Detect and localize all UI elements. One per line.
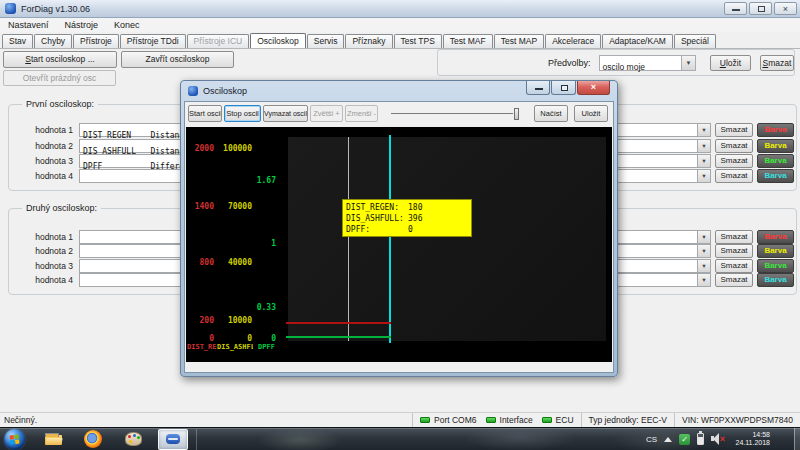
taskbar-firefox-button[interactable] xyxy=(78,429,108,450)
close-icon: × xyxy=(578,81,609,94)
tab-akcelerace[interactable]: Akcelerace xyxy=(545,34,601,48)
preset-delete-button[interactable]: Smazat xyxy=(760,55,794,71)
minimize-button[interactable] xyxy=(724,2,747,15)
tab-chyby[interactable]: Chyby xyxy=(34,34,72,48)
ulozit-button[interactable]: Uložit xyxy=(574,105,608,122)
tab-osciloskop[interactable]: Osciloskop xyxy=(250,33,306,48)
window-title: ForDiag v1.30.06 xyxy=(21,4,90,14)
menu-nastaveni[interactable]: Nastavení xyxy=(0,18,57,32)
close-button[interactable]: × xyxy=(577,81,610,95)
smazat-button[interactable]: Smazat xyxy=(715,259,753,273)
language-indicator[interactable]: CS xyxy=(646,435,657,444)
volume-muted-icon[interactable]: × xyxy=(711,433,724,445)
tab-special[interactable]: Speciál xyxy=(674,34,716,48)
tab-stav[interactable]: Stav xyxy=(2,34,33,48)
tab-priznaky[interactable]: Příznaky xyxy=(345,34,392,48)
minimize-icon xyxy=(732,9,740,11)
green-led-icon xyxy=(542,417,552,423)
smazat-button[interactable]: Smazat xyxy=(715,154,753,168)
taskbar-fordiag-button[interactable] xyxy=(158,429,188,450)
chevron-down-icon[interactable]: ▼ xyxy=(697,231,710,243)
barva-button[interactable]: Barva xyxy=(757,169,794,183)
minimize-icon xyxy=(535,88,543,90)
start-oscil-button[interactable]: Start oscil xyxy=(188,105,222,122)
close-button[interactable]: × xyxy=(774,2,797,15)
tab-test-maf[interactable]: Test MAF xyxy=(443,34,493,48)
barva-button[interactable]: Barva xyxy=(757,123,794,137)
barva-button[interactable]: Barva xyxy=(757,230,794,244)
hidden-icons-chevron-icon[interactable] xyxy=(664,437,672,442)
smazat-button[interactable]: Smazat xyxy=(715,123,753,137)
presets-label: Předvolby: xyxy=(548,58,591,68)
vymazat-oscil-button[interactable]: Vymazat oscil xyxy=(263,105,308,122)
tab-pristroje-tddi[interactable]: Přístroje TDdi xyxy=(120,34,186,48)
tab-test-tps[interactable]: Test TPS xyxy=(394,34,442,48)
tab-pristroje[interactable]: Přístroje xyxy=(73,34,119,48)
scope-display[interactable]: 2000 1400 800 200 0 100000 70000 40000 1… xyxy=(186,127,612,362)
maximize-icon xyxy=(561,85,568,91)
tooltip-value: 0 xyxy=(408,224,413,235)
preset-save-button[interactable]: Uložit xyxy=(710,55,751,71)
start-osciloskop-button[interactable]: Start osciloskop ... xyxy=(3,51,117,68)
start-button[interactable] xyxy=(4,429,25,450)
barva-button[interactable]: Barva xyxy=(757,139,794,153)
value-text xyxy=(80,177,83,186)
antivirus-tray-icon[interactable]: ✓ xyxy=(679,434,690,445)
restore-icon xyxy=(758,6,765,12)
oscilloscope-window[interactable]: Osciloskop × Start oscil Stop oscil Vyma… xyxy=(180,80,618,377)
maximize-button[interactable] xyxy=(551,81,576,95)
slider-handle[interactable] xyxy=(514,108,519,120)
chevron-down-icon[interactable]: ▼ xyxy=(697,260,710,272)
chevron-down-icon[interactable]: ▼ xyxy=(697,155,710,167)
smazat-button[interactable]: Smazat xyxy=(715,139,753,153)
smazat-button[interactable]: Smazat xyxy=(715,230,753,244)
stop-oscil-button[interactable]: Stop oscil xyxy=(224,105,261,122)
smazat-button[interactable]: Smazat xyxy=(715,244,753,258)
barva-button[interactable]: Barva xyxy=(757,244,794,258)
menubar: Nastavení Nástroje Konec xyxy=(0,18,800,32)
battery-icon[interactable] xyxy=(697,433,704,445)
barva-button[interactable]: Barva xyxy=(757,259,794,273)
tab-test-map[interactable]: Test MAP xyxy=(494,34,544,48)
chevron-down-icon[interactable]: ▼ xyxy=(681,56,695,70)
chevron-down-icon[interactable]: ▼ xyxy=(697,245,710,257)
nacist-button[interactable]: Načíst xyxy=(534,105,568,122)
row-label: hodnota 3 xyxy=(21,154,73,168)
restore-button[interactable] xyxy=(749,2,772,15)
show-desktop-button[interactable] xyxy=(794,428,800,450)
green-led-icon xyxy=(486,417,496,423)
firefox-icon xyxy=(84,430,102,448)
tab-servis[interactable]: Servis xyxy=(307,34,345,48)
barva-button[interactable]: Barva xyxy=(757,273,794,287)
chevron-down-icon[interactable]: ▼ xyxy=(697,170,710,182)
app-icon xyxy=(5,3,16,14)
scope-plot-area[interactable] xyxy=(288,137,606,341)
osc-titlebar[interactable]: Osciloskop × xyxy=(181,81,617,101)
menu-nastroje[interactable]: Nástroje xyxy=(57,18,107,32)
minimize-button[interactable] xyxy=(526,81,550,95)
first-group-title: První osciloskop: xyxy=(22,99,98,109)
zoom-slider[interactable] xyxy=(391,108,519,120)
scale-green-tick: 1.67 xyxy=(254,176,276,185)
smazat-button[interactable]: Smazat xyxy=(715,169,753,183)
barva-button[interactable]: Barva xyxy=(757,154,794,168)
tray-clock[interactable]: 14:58 24.11.2018 xyxy=(735,428,770,450)
paint-palette-icon xyxy=(125,432,142,446)
channel-label-dpff: DPFF xyxy=(258,343,278,351)
chevron-down-icon[interactable]: ▼ xyxy=(697,274,710,286)
window-controls: × xyxy=(724,2,797,15)
presets-combobox[interactable]: oscilo moje ▼ xyxy=(599,55,696,71)
chevron-down-icon[interactable]: ▼ xyxy=(697,124,710,136)
smazat-button[interactable]: Smazat xyxy=(715,273,753,287)
second-group-title: Druhý osciloskop: xyxy=(22,203,101,213)
chevron-down-icon[interactable]: ▼ xyxy=(697,140,710,152)
taskbar-explorer-button[interactable] xyxy=(38,429,68,450)
taskbar-paint-button[interactable] xyxy=(118,429,148,450)
interface-label: Interface xyxy=(500,415,533,425)
tab-adaptace-kam[interactable]: Adaptace/KAM xyxy=(602,34,673,48)
menu-konec[interactable]: Konec xyxy=(106,18,148,32)
trace-dpff xyxy=(286,336,391,338)
scale-yellow-tick: 40000 xyxy=(218,258,252,267)
tab-pristroje-icu: Přístroje ICU xyxy=(187,34,250,48)
zavrit-osciloskop-button[interactable]: Zavřít osciloskop xyxy=(121,51,234,68)
